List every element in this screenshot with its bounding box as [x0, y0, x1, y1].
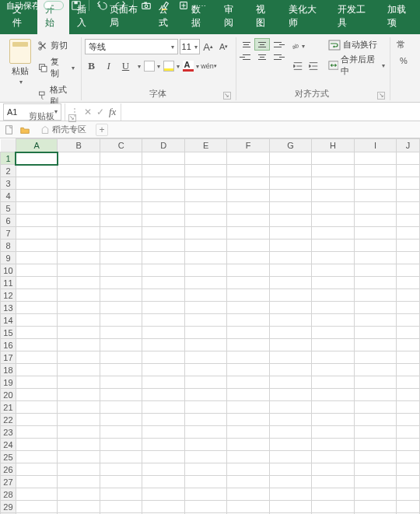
tab-layout[interactable]: 页面布局 [102, 0, 151, 34]
cell[interactable] [312, 302, 354, 314]
cut-button[interactable]: 剪切 [36, 39, 75, 52]
cell[interactable] [269, 414, 311, 426]
spreadsheet-grid[interactable]: ABCDEFGHIJ123456789101112131415161718192… [0, 138, 420, 514]
cell[interactable] [184, 202, 226, 215]
cell[interactable] [100, 426, 142, 439]
cell[interactable] [269, 277, 311, 289]
cell[interactable] [184, 351, 226, 364]
tab-data[interactable]: 数据 [184, 0, 216, 34]
cell[interactable] [397, 190, 420, 202]
cell[interactable] [184, 451, 226, 463]
row-header[interactable]: 4 [1, 190, 16, 202]
cell[interactable] [184, 264, 226, 277]
cell[interactable] [312, 202, 354, 215]
cell[interactable] [16, 277, 57, 289]
cell[interactable] [397, 501, 420, 513]
italic-button[interactable]: I [102, 59, 116, 73]
cell[interactable] [397, 202, 420, 215]
cell[interactable] [269, 314, 311, 327]
row-header[interactable]: 24 [1, 439, 16, 451]
cell[interactable] [58, 314, 100, 327]
column-header[interactable]: G [269, 139, 311, 152]
cell[interactable] [100, 215, 142, 227]
cell[interactable] [16, 215, 57, 227]
cell[interactable] [269, 476, 311, 488]
cell[interactable] [16, 439, 57, 451]
row-header[interactable]: 11 [1, 277, 16, 289]
cell[interactable] [354, 426, 396, 439]
cell[interactable] [354, 240, 396, 252]
cell[interactable] [269, 152, 311, 165]
cell[interactable] [227, 215, 269, 227]
cell[interactable] [184, 439, 226, 451]
paste-button[interactable]: 粘贴 ▾ [8, 39, 33, 108]
cell[interactable] [184, 364, 226, 376]
cell[interactable] [269, 376, 311, 389]
cell[interactable] [184, 376, 226, 389]
cell[interactable] [312, 190, 354, 202]
cell[interactable] [184, 165, 226, 177]
cell[interactable] [397, 152, 420, 165]
cell[interactable] [142, 314, 184, 327]
column-header[interactable]: H [312, 139, 354, 152]
cell[interactable] [397, 252, 420, 264]
cell[interactable] [312, 339, 354, 351]
cell[interactable] [100, 277, 142, 289]
cell[interactable] [227, 376, 269, 389]
cell[interactable] [16, 302, 57, 314]
cell[interactable] [227, 264, 269, 277]
cell[interactable] [16, 426, 57, 439]
cell[interactable] [100, 152, 142, 165]
cell[interactable] [269, 426, 311, 439]
row-header[interactable]: 10 [1, 264, 16, 277]
orientation-button[interactable]: ab▾ [291, 39, 305, 53]
cell[interactable] [269, 252, 311, 264]
underline-button[interactable]: U [119, 59, 133, 73]
cell[interactable] [184, 227, 226, 240]
row-header[interactable]: 23 [1, 426, 16, 439]
cell[interactable] [100, 451, 142, 463]
cell[interactable] [184, 289, 226, 302]
cell[interactable] [312, 152, 354, 165]
cell[interactable] [227, 277, 269, 289]
cell[interactable] [58, 277, 100, 289]
row-header[interactable]: 27 [1, 476, 16, 488]
cell[interactable] [142, 364, 184, 376]
cell[interactable] [184, 240, 226, 252]
cell[interactable] [142, 240, 184, 252]
phonetic-button[interactable]: wén▾ [202, 59, 216, 73]
cell[interactable] [227, 327, 269, 339]
cell[interactable] [397, 364, 420, 376]
cell[interactable] [312, 289, 354, 302]
row-header[interactable]: 20 [1, 389, 16, 401]
cell[interactable] [16, 501, 57, 513]
tab-addins[interactable]: 加载项 [380, 0, 420, 34]
cell[interactable] [269, 389, 311, 401]
cell[interactable] [100, 302, 142, 314]
cell[interactable] [100, 289, 142, 302]
cell[interactable] [269, 177, 311, 190]
cell[interactable] [142, 439, 184, 451]
cell[interactable] [184, 426, 226, 439]
cell[interactable] [227, 401, 269, 414]
open-folder-icon[interactable] [19, 124, 31, 136]
cell[interactable] [354, 414, 396, 426]
cell[interactable] [100, 389, 142, 401]
tab-dev[interactable]: 开发工具 [330, 0, 379, 34]
cell[interactable] [269, 439, 311, 451]
cell[interactable] [227, 476, 269, 488]
cell[interactable] [58, 302, 100, 314]
cell[interactable] [184, 277, 226, 289]
cell[interactable] [227, 289, 269, 302]
cell[interactable] [100, 414, 142, 426]
cell[interactable] [227, 451, 269, 463]
dialog-launcher-icon[interactable]: ↘ [223, 92, 231, 100]
cell[interactable] [16, 339, 57, 351]
cell[interactable] [354, 439, 396, 451]
cell[interactable] [227, 439, 269, 451]
cell[interactable] [100, 264, 142, 277]
cell[interactable] [397, 414, 420, 426]
cell[interactable] [227, 389, 269, 401]
cell[interactable] [354, 476, 396, 488]
cell[interactable] [312, 227, 354, 240]
